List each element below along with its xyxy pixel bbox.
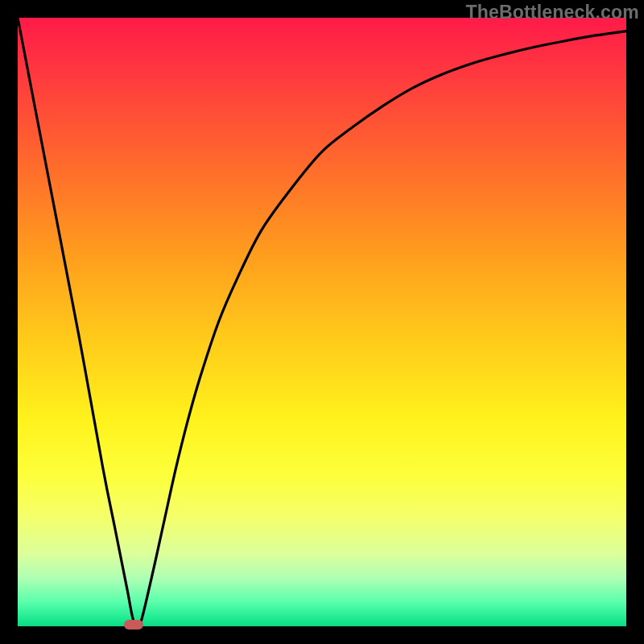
watermark-text: TheBottleneck.com bbox=[465, 2, 639, 23]
chart-frame: TheBottleneck.com bbox=[0, 0, 644, 644]
curve-minimum-marker bbox=[124, 620, 143, 630]
bottleneck-curve bbox=[0, 0, 644, 644]
